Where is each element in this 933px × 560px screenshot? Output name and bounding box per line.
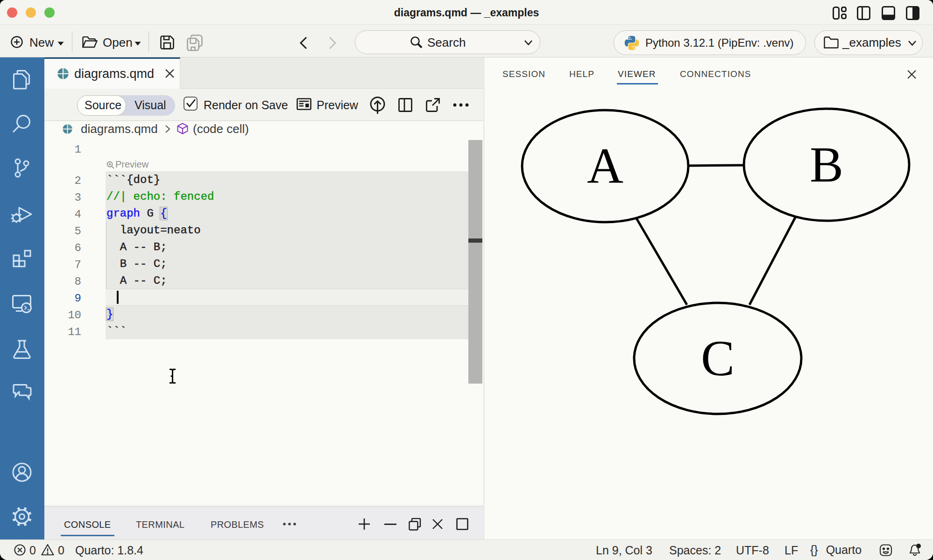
svg-text:A: A: [587, 138, 623, 194]
svg-text:C: C: [701, 330, 735, 386]
svg-text:B: B: [810, 137, 843, 192]
